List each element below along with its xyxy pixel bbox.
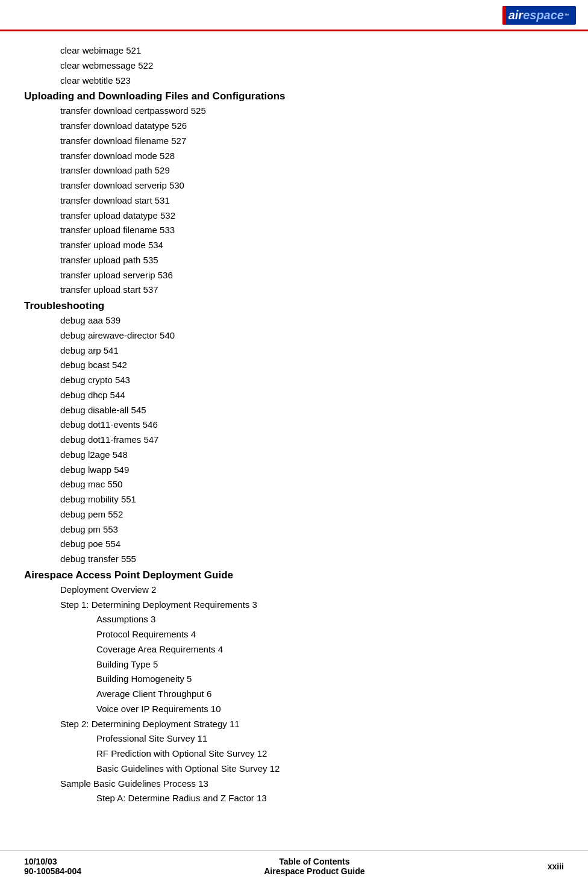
toc-entry: transfer download path 529 bbox=[24, 163, 564, 178]
toc-entry: debug mobility 551 bbox=[24, 492, 564, 507]
toc-entry: debug arp 541 bbox=[24, 343, 564, 358]
toc-entry: clear webimage 521 bbox=[24, 43, 564, 58]
toc-entry: debug dhcp 544 bbox=[24, 388, 564, 403]
logo-espace-text: espace bbox=[523, 8, 564, 22]
toc-entry: RF Prediction with Optional Site Survey … bbox=[24, 746, 564, 762]
toc-entry: clear webmessage 522 bbox=[24, 58, 564, 74]
toc-entry: debug dot11-events 546 bbox=[24, 418, 564, 433]
footer-guide-title: Airespace Product Guide bbox=[264, 866, 364, 876]
toc-entry: Assumptions 3 bbox=[24, 612, 564, 627]
footer-left: 10/10/03 90-100584-004 bbox=[24, 857, 81, 876]
toc-entry: clear webtitle 523 bbox=[24, 74, 564, 89]
toc-entry: Basic Guidelines with Optional Site Surv… bbox=[24, 762, 564, 777]
footer-part-number: 90-100584-004 bbox=[24, 866, 81, 876]
toc-entry: debug pm 553 bbox=[24, 522, 564, 537]
toc-entry: debug pem 552 bbox=[24, 507, 564, 522]
toc-entry: Coverage Area Requirements 4 bbox=[24, 642, 564, 657]
toc-entry: transfer upload path 535 bbox=[24, 253, 564, 268]
toc-entry: transfer upload datatype 532 bbox=[24, 208, 564, 224]
toc-entry: debug bcast 542 bbox=[24, 358, 564, 373]
toc-entry: Airespace Access Point Deployment Guide bbox=[24, 569, 564, 581]
toc-entry: debug mac 550 bbox=[24, 477, 564, 492]
toc-content: clear webimage 521clear webmessage 522cl… bbox=[0, 31, 588, 842]
toc-entry: transfer download start 531 bbox=[24, 193, 564, 208]
toc-entry: Troubleshooting bbox=[24, 300, 564, 312]
toc-entry: Protocol Requirements 4 bbox=[24, 627, 564, 642]
toc-entry: debug disable-all 545 bbox=[24, 403, 564, 418]
toc-entry: debug dot11-frames 547 bbox=[24, 433, 564, 448]
toc-entry: transfer download datatype 526 bbox=[24, 119, 564, 134]
toc-entry: Average Client Throughput 6 bbox=[24, 687, 564, 702]
toc-entry: transfer download certpassword 525 bbox=[24, 104, 564, 119]
toc-entry: Step 2: Determining Deployment Strategy … bbox=[24, 717, 564, 732]
toc-entry: transfer upload start 537 bbox=[24, 283, 564, 298]
toc-entry: debug crypto 543 bbox=[24, 373, 564, 388]
footer-section-title: Table of Contents bbox=[264, 857, 364, 866]
logo-trademark: ™ bbox=[564, 13, 569, 18]
toc-entry: Voice over IP Requirements 10 bbox=[24, 702, 564, 717]
toc-entry: Step 1: Determining Deployment Requireme… bbox=[24, 598, 564, 613]
toc-entry: debug airewave-director 540 bbox=[24, 328, 564, 343]
toc-entry: transfer upload serverip 536 bbox=[24, 268, 564, 283]
footer-page-number: xxiii bbox=[548, 862, 564, 871]
toc-entry: Sample Basic Guidelines Process 13 bbox=[24, 777, 564, 792]
page-footer: 10/10/03 90-100584-004 Table of Contents… bbox=[0, 850, 588, 882]
toc-entry: debug aaa 539 bbox=[24, 313, 564, 328]
logo-air-text: air bbox=[508, 8, 523, 22]
toc-entry: transfer upload mode 534 bbox=[24, 238, 564, 253]
airespace-logo: airespace™ bbox=[502, 6, 576, 25]
toc-container: clear webimage 521clear webmessage 522cl… bbox=[24, 43, 564, 806]
footer-date: 10/10/03 bbox=[24, 857, 81, 866]
toc-entry: debug transfer 555 bbox=[24, 552, 564, 567]
toc-entry: Deployment Overview 2 bbox=[24, 583, 564, 598]
toc-entry: transfer download mode 528 bbox=[24, 149, 564, 164]
toc-entry: debug l2age 548 bbox=[24, 448, 564, 463]
page-header: airespace™ bbox=[0, 0, 588, 31]
toc-entry: Professional Site Survey 11 bbox=[24, 731, 564, 746]
toc-entry: Building Type 5 bbox=[24, 657, 564, 672]
toc-entry: debug poe 554 bbox=[24, 537, 564, 552]
toc-entry: transfer download serverip 530 bbox=[24, 178, 564, 193]
toc-entry: Uploading and Downloading Files and Conf… bbox=[24, 90, 564, 102]
toc-entry: transfer download filename 527 bbox=[24, 134, 564, 149]
footer-center: Table of Contents Airespace Product Guid… bbox=[264, 857, 364, 876]
toc-entry: transfer upload filename 533 bbox=[24, 223, 564, 238]
toc-entry: Building Homogeneity 5 bbox=[24, 672, 564, 687]
toc-entry: Step A: Determine Radius and Z Factor 13 bbox=[24, 791, 564, 806]
toc-entry: debug lwapp 549 bbox=[24, 463, 564, 478]
